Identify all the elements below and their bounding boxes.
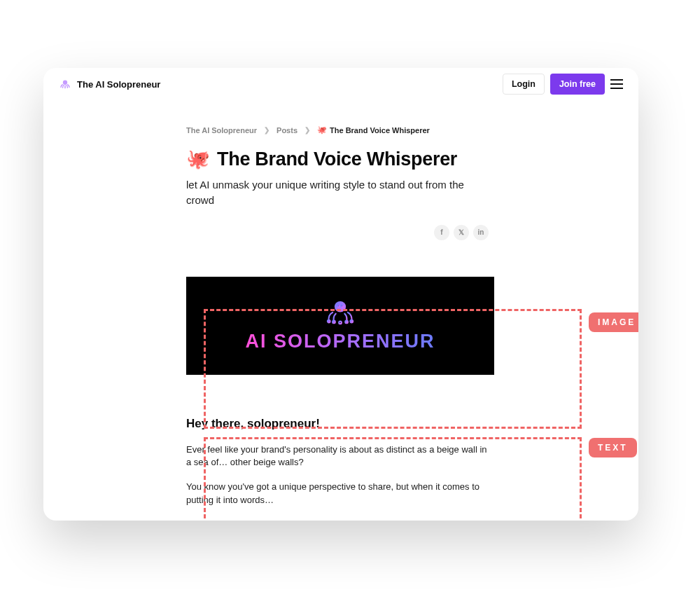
app-window: The AI Solopreneur Login Join free The A… [43, 68, 638, 521]
svg-point-1 [335, 301, 346, 312]
breadcrumb-posts[interactable]: Posts [276, 126, 298, 135]
breadcrumb: The AI Solopreneur ❯ Posts ❯ 🐙 The Brand… [186, 125, 638, 135]
svg-point-2 [337, 305, 340, 307]
article-body: Hey there, solopreneur! Ever feel like y… [186, 417, 494, 521]
octopus-emoji: 🐙 [186, 150, 210, 169]
octopus-logo-icon [325, 298, 356, 325]
octopus-logo-icon [59, 78, 71, 90]
share-facebook-icon[interactable]: f [434, 225, 449, 240]
hamburger-menu-icon[interactable] [610, 79, 623, 89]
share-row: f 𝕏 in [434, 225, 638, 240]
page-title-row: 🐙 The Brand Voice Whisperer [186, 149, 638, 170]
svg-point-0 [63, 81, 67, 85]
breadcrumb-root[interactable]: The AI Solopreneur [186, 126, 257, 135]
chevron-right-icon: ❯ [264, 126, 270, 134]
header-actions: Login Join free [503, 74, 623, 95]
breadcrumb-current-text: The Brand Voice Whisperer [330, 126, 430, 135]
svg-point-3 [341, 305, 343, 307]
brand-name: The AI Solopreneur [77, 79, 160, 90]
breadcrumb-current: 🐙 The Brand Voice Whisperer [317, 125, 430, 135]
body-greeting: Hey there, solopreneur! [186, 417, 494, 431]
body-paragraph-2: You know you've got a unique perspective… [186, 481, 487, 507]
login-button[interactable]: Login [503, 74, 545, 95]
page-subtitle: let AI unmask your unique writing style … [186, 177, 494, 208]
brand[interactable]: The AI Solopreneur [59, 78, 160, 90]
page-title: The Brand Voice Whisperer [217, 149, 457, 170]
chevron-right-icon: ❯ [304, 126, 310, 134]
body-paragraph-1: Ever feel like your brand's personality … [186, 443, 487, 470]
join-free-button[interactable]: Join free [550, 74, 605, 95]
hero-brand-text: AI SOLOPRENEUR [245, 331, 435, 352]
hero-image: AI SOLOPRENEUR [186, 277, 494, 375]
body-emphasis: You feel like you're naked, alone, and l… [186, 518, 480, 521]
canvas: The AI Solopreneur Login Join free The A… [0, 0, 700, 592]
octopus-emoji: 🐙 [317, 125, 327, 135]
header-bar: The AI Solopreneur Login Join free [43, 68, 638, 100]
share-linkedin-icon[interactable]: in [473, 225, 489, 240]
content-area: The AI Solopreneur ❯ Posts ❯ 🐙 The Brand… [43, 100, 638, 521]
share-x-icon[interactable]: 𝕏 [454, 225, 469, 240]
